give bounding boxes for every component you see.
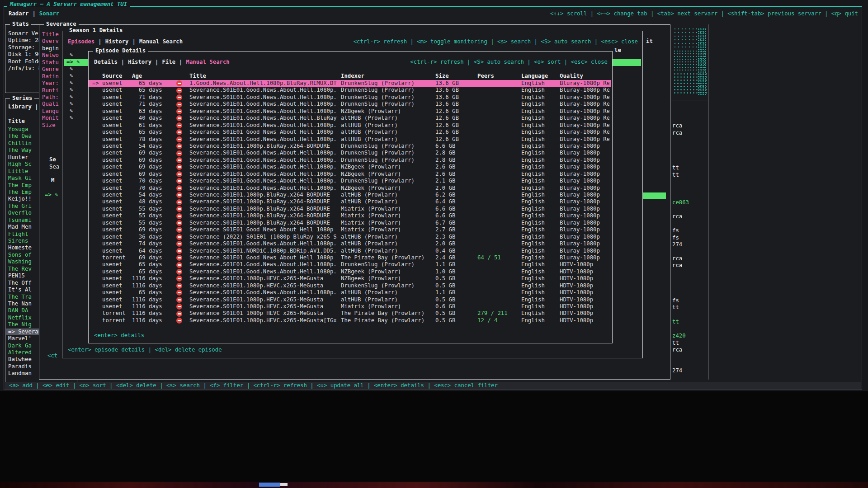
release-row[interactable]: usenet 55 daysSeverance.S01E01.1080p.Blu…	[89, 206, 611, 212]
release-language: English	[521, 282, 560, 289]
release-peers	[477, 206, 521, 212]
release-row[interactable]: usenet 69 daysSeverance.S01E01.Good.News…	[89, 157, 611, 164]
release-size: 12.6 GB	[435, 122, 477, 129]
release-row[interactable]: usenet 65 daysSeverance.S01E01.Good.News…	[89, 268, 611, 275]
release-indexer: NZBgeek (Prowlarr)	[341, 275, 435, 282]
release-source: usenet	[102, 192, 132, 198]
release-quality: Bluray-1080p	[560, 185, 609, 192]
release-row[interactable]: usenet 64 daysSeverance.S01E01.NORDiC.10…	[89, 248, 611, 254]
episode-row-fragment[interactable]: ✎	[70, 114, 73, 121]
tab-details[interactable]: Details	[94, 59, 118, 65]
episode-row-fragment[interactable]: ✎	[70, 66, 73, 72]
release-row[interactable]: usenet 65 daysSeverance.S01E01.Good.News…	[89, 261, 611, 268]
tab-manual-search[interactable]: Manual Search	[186, 59, 230, 65]
selected-season-row-fragment[interactable]	[643, 192, 666, 199]
release-row[interactable]: usenet 36 daysSeverance (2022) S01E01 (1…	[89, 234, 611, 240]
release-title: Severance.S01E01.Good.News.About.Hell.10…	[189, 240, 341, 247]
series-library-tab[interactable]: Library |	[8, 103, 38, 110]
tab-episodes[interactable]: Episodes	[68, 38, 94, 45]
release-quality: HDTV-1080p	[560, 282, 609, 289]
release-row[interactable]: usenet 55 daysSeverance.S01E01.1080p.Blu…	[89, 212, 611, 219]
tab-sonarr[interactable]: Sonarr	[39, 10, 59, 17]
release-row[interactable]: usenet 71 daysSeverance.S01E01.Good.News…	[89, 94, 611, 101]
episode-row-fragment[interactable]: ✎	[70, 108, 73, 114]
release-age: 69 days	[132, 164, 169, 170]
release-row[interactable]: usenet 70 daysSeverance.S01E01.Good.News…	[89, 178, 611, 184]
rejected-icon	[176, 129, 182, 135]
release-row[interactable]: usenet 70 daysSeverance.S01E01.Good.News…	[89, 185, 611, 192]
release-row[interactable]: usenet 63 daysSeverance.S01E01.Good.News…	[89, 108, 611, 115]
release-row[interactable]: usenet 71 daysSeverance.S01E01.Good.News…	[89, 101, 611, 108]
release-title: Severance.S01E01.Good.News.About.Hell.10…	[189, 157, 341, 164]
release-row[interactable]: torrent 69 daysSeverance S01E01 Good New…	[89, 254, 611, 261]
episode-keybinds: <ctrl-r> refresh | <S> auto search | <o>…	[410, 59, 608, 65]
release-quality: Bluray-1080p	[560, 143, 609, 150]
release-row[interactable]: usenet 54 daysSeverance.S01E01.1080p.Blu…	[89, 192, 611, 198]
episode-row-fragment[interactable]: ✎	[70, 52, 73, 58]
release-peers	[477, 171, 521, 178]
release-row[interactable]: usenet 54 daysSeverance.S01E01.1080p.Blu…	[89, 143, 611, 150]
release-size: 6.6 GB	[435, 143, 477, 150]
tab-radarr[interactable]: Radarr	[9, 10, 28, 17]
release-quality: HDTV-1080p	[560, 268, 609, 275]
row-selection-prefix	[89, 248, 102, 254]
rejection-icon-cell	[169, 129, 189, 136]
release-row[interactable]: => usenet 65 days1.Good.News.About.Hell.…	[89, 80, 611, 87]
release-size: 2.6 GB	[435, 164, 477, 170]
release-title: Severance.S01E01.Good.News.About.Hell.10…	[189, 94, 341, 101]
release-size: 2.3 GB	[435, 234, 477, 240]
release-row[interactable]: usenet 55 daysSeverance.S01E01.1080p.Blu…	[89, 220, 611, 226]
tab-manual-search[interactable]: Manual Search	[139, 38, 183, 45]
episode-bottom-keybinds: <enter> details	[94, 332, 144, 338]
rejected-icon	[176, 206, 182, 212]
episode-row-fragment[interactable]: ✎	[70, 94, 73, 100]
release-row[interactable]: usenet 65 daysSeverance S01E01 Good News…	[89, 129, 611, 136]
release-row[interactable]: usenet1116 daysSeverance.S01E01.1080p.HE…	[89, 282, 611, 289]
release-indexer: DrunkenSlug (Prowlarr)	[341, 157, 435, 164]
release-language: English	[521, 150, 560, 156]
release-row[interactable]: usenet1116 daysSeverance.S01E01.1080p.HE…	[89, 303, 611, 310]
rejection-icon-cell	[169, 108, 189, 115]
release-row[interactable]: usenet1116 daysSeverance.S01E01.1080p.HE…	[89, 275, 611, 282]
release-age: 69 days	[132, 150, 169, 156]
release-age: 70 days	[132, 185, 169, 192]
rejection-icon-cell	[169, 101, 189, 108]
tab-file[interactable]: File	[162, 59, 175, 65]
rejection-icon-cell	[169, 164, 189, 170]
tab-separator: |	[155, 59, 158, 65]
release-row[interactable]: torrent1116 daysSeverance S01E01 1080p H…	[89, 310, 611, 317]
release-row[interactable]: usenet 69 daysSeverance.S01E01.Good.News…	[89, 171, 611, 178]
release-row[interactable]: usenet 61 daysSeverance.S01E01.Good.News…	[89, 122, 611, 129]
release-row[interactable]: usenet 69 daysSeverance S01E01 Good News…	[89, 226, 611, 233]
release-source: usenet	[102, 303, 132, 310]
release-age: 1116 days	[132, 303, 169, 310]
tab-history[interactable]: History	[128, 59, 151, 65]
release-quality: Bluray-1080p	[560, 157, 609, 164]
tab-history[interactable]: History	[105, 38, 129, 45]
row-selection-prefix	[89, 296, 102, 303]
release-indexer: The Pirate Bay (Prowlarr)	[341, 317, 435, 324]
release-size: 2.0 GB	[435, 185, 477, 192]
episode-monitored-column: ✎✎✎✎✎✎✎✎✎	[70, 52, 73, 121]
row-selection-prefix	[89, 268, 102, 275]
release-row[interactable]: usenet 65 daysSeverance.S01E01.Good.News…	[89, 87, 611, 94]
episode-row-fragment[interactable]: ✎	[70, 80, 73, 86]
release-row[interactable]: usenet 69 daysSeverance.S01E01.Good.News…	[89, 164, 611, 170]
release-indexer: NZBgeek (Prowlarr)	[341, 268, 435, 275]
release-source: usenet	[102, 94, 132, 101]
release-age: 69 days	[132, 171, 169, 178]
release-row[interactable]: usenet 48 daysSeverance.S01E01.1080p.Blu…	[89, 198, 611, 205]
episode-row-fragment[interactable]: ✎	[70, 86, 73, 93]
release-row[interactable]: usenet 40 daysSeverance.S01E01.Good.News…	[89, 115, 611, 122]
episode-row-fragment[interactable]: ✎	[70, 72, 73, 79]
release-row[interactable]: usenet1116 daysSeverance.S01E01.1080p.HE…	[89, 296, 611, 303]
episode-row-fragment[interactable]: ✎	[70, 100, 73, 107]
tab-separator: |	[32, 10, 35, 17]
release-row[interactable]: usenet 65 daysSeverance.S01E01.Good.News…	[89, 289, 611, 296]
release-row[interactable]: usenet 69 daysSeverance.S01E01.Good.News…	[89, 150, 611, 156]
release-row[interactable]: usenet 74 daysSeverance.S01E01.Good.News…	[89, 240, 611, 247]
release-size: 0.4 GB	[435, 248, 477, 254]
release-quality: Quality	[560, 73, 609, 80]
release-row[interactable]: usenet 78 daysSeverance.S01E01.Good.News…	[89, 136, 611, 143]
release-row[interactable]: torrent1116 daysSeverance.S01E01.1080p.H…	[89, 317, 611, 324]
